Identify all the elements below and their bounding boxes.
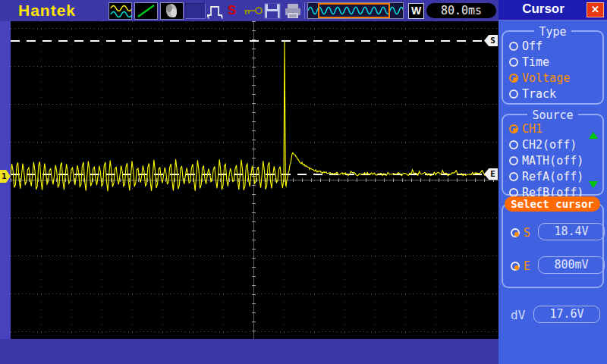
scroll-down-icon[interactable] bbox=[589, 181, 598, 188]
waveform-preview[interactable] bbox=[307, 2, 404, 19]
source-option-ch1[interactable]: CH1 bbox=[503, 121, 602, 136]
radio-icon bbox=[509, 172, 518, 181]
type-section: Type Off Time Voltage Track bbox=[502, 30, 604, 105]
panel-title: Cursor bbox=[498, 2, 588, 17]
type-option-off[interactable]: Off bbox=[503, 38, 602, 54]
radio-icon bbox=[509, 58, 518, 67]
radio-icon bbox=[509, 89, 518, 99]
diagonal-line-icon bbox=[135, 3, 157, 19]
key-lock-icon[interactable] bbox=[243, 5, 263, 17]
type-option-voltage[interactable]: Voltage bbox=[503, 70, 602, 86]
timebase-readout[interactable]: 80.0ms bbox=[426, 3, 496, 18]
channel-waves-icon bbox=[109, 3, 131, 19]
delta-v-label: dV bbox=[511, 308, 525, 322]
scope-display: S E bbox=[11, 21, 498, 339]
source-section: Source CH1 CH2(off) MATH(off) RefA(off) bbox=[502, 114, 604, 196]
radio-icon bbox=[509, 74, 518, 83]
measure-line-button[interactable] bbox=[134, 2, 158, 20]
save-floppy-icon[interactable] bbox=[263, 2, 281, 20]
type-option-track[interactable]: Track bbox=[503, 86, 602, 102]
top-toolbar: Hantek S bbox=[0, 0, 498, 21]
radio-icon bbox=[511, 262, 520, 271]
cursor-e-radio[interactable]: E bbox=[511, 259, 530, 273]
panel-title-bar: Cursor ✕ bbox=[498, 0, 607, 20]
snapshot-button[interactable] bbox=[160, 2, 184, 20]
type-option-time[interactable]: Time bbox=[503, 54, 602, 70]
source-option-refa[interactable]: RefA(off) bbox=[503, 168, 602, 184]
cursor-s-radio[interactable]: S bbox=[511, 226, 530, 240]
radio-icon bbox=[509, 124, 518, 133]
cursor-s-value[interactable]: 18.4V bbox=[538, 223, 605, 240]
toolbar-separator bbox=[304, 2, 305, 19]
brand-logo: Hantek bbox=[18, 2, 76, 20]
source-option-ch2[interactable]: CH2(off) bbox=[503, 136, 602, 152]
scroll-up-icon[interactable] bbox=[589, 132, 598, 139]
cursor-menu-panel: Cursor ✕ Type Off Time Voltage bbox=[498, 0, 607, 364]
cursor-values-section: S 18.4V E 800mV bbox=[502, 203, 604, 288]
radio-icon bbox=[509, 188, 518, 197]
delta-v-value: 17.6V bbox=[533, 306, 600, 323]
bottom-status-bar: ∿ AC 20 5.00V CH1 0.00V 0.00000Hz bbox=[0, 339, 498, 364]
toolbar-indicator-box bbox=[185, 3, 206, 19]
snapshot-thumbnail-icon bbox=[161, 3, 183, 19]
single-seq-button[interactable]: S bbox=[228, 3, 236, 18]
oscilloscope-app: Hantek S bbox=[0, 0, 607, 364]
window-mode-button[interactable]: W bbox=[408, 3, 424, 19]
radio-icon bbox=[509, 42, 518, 51]
close-button[interactable]: ✕ bbox=[587, 2, 604, 17]
cursor-e-value[interactable]: 800mV bbox=[538, 256, 605, 274]
select-cursor-button[interactable]: Select cursor bbox=[505, 196, 600, 212]
source-option-math[interactable]: MATH(off) bbox=[503, 152, 602, 168]
pulse-mode-icon[interactable] bbox=[206, 3, 226, 20]
channel-waves-button[interactable] bbox=[109, 2, 132, 20]
radio-icon bbox=[511, 228, 520, 237]
radio-icon bbox=[509, 156, 518, 165]
type-section-title: Type bbox=[503, 24, 602, 39]
radio-icon bbox=[509, 140, 518, 149]
ch1-waveform-trace bbox=[11, 21, 498, 339]
preview-window-handle[interactable] bbox=[318, 3, 390, 18]
print-icon[interactable] bbox=[284, 2, 303, 20]
